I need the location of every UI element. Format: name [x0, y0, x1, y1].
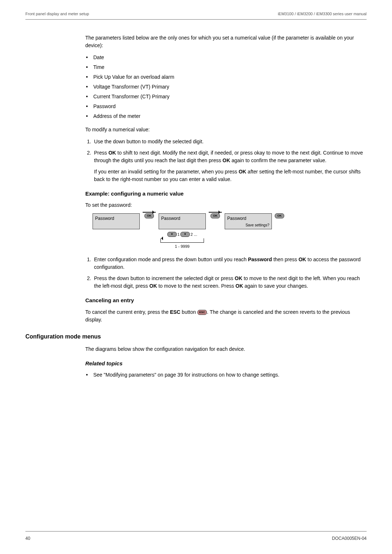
cancel-heading: Canceling an entry	[85, 296, 367, 305]
step-item: Press OK to shift to next digit. Modify …	[93, 149, 367, 183]
step-sub: If you enter an invalid setting for the …	[94, 168, 367, 183]
list-item: Current Transformer (CT) Primary	[85, 93, 367, 100]
example-heading: Example: configuring a numeric value	[85, 190, 367, 198]
example-intro: To set the password:	[85, 201, 367, 209]
lcd-text: Password	[95, 215, 137, 222]
arrow-right-icon	[209, 212, 222, 213]
esc-key-icon: ESC	[197, 310, 207, 315]
list-item: See "Modifying parameters" on page 39 fo…	[85, 371, 367, 379]
list-item: Address of the meter	[85, 112, 367, 120]
down-key-icon: ▼	[180, 232, 190, 237]
range-text: 1 - 9999	[175, 243, 189, 250]
step-item: Enter configuration mode and press the d…	[93, 256, 367, 271]
modify-steps: Use the down button to modify the select…	[85, 138, 367, 183]
lcd-subtext: Save settings?	[227, 222, 269, 228]
header-right: iEM3100 / iEM3200 / iEM3300 series user …	[278, 11, 367, 17]
lcd-text: Password	[161, 215, 203, 222]
lcd-text: Password	[227, 215, 269, 222]
related-heading: Related topics	[85, 360, 367, 368]
config-heading: Configuration mode menus	[25, 332, 367, 341]
digit-text: 2 ...	[191, 231, 197, 238]
parameter-list: Date Time Pick Up Value for an overload …	[85, 54, 367, 120]
list-item: Pick Up Value for an overload alarm	[85, 73, 367, 81]
ok-key-3: OK	[275, 213, 284, 219]
doc-id: DOCA0005EN-04	[332, 535, 367, 542]
header-left: Front panel display and meter setup	[25, 11, 89, 17]
step-item: Use the down button to modify the select…	[93, 138, 367, 145]
digit-loop: ▼ 1 ▼ 2 ... 1 - 9999	[160, 230, 204, 249]
page-header: Front panel display and meter setup iEM3…	[25, 11, 367, 20]
step-text: Press OK to shift to next digit. Modify …	[94, 150, 363, 163]
list-item: Password	[85, 103, 367, 110]
page-footer: 40 DOCA0005EN-04	[25, 531, 367, 542]
page-number: 40	[25, 535, 30, 542]
ok-key-icon: OK	[211, 213, 220, 218]
down-key-icon: ▼	[167, 232, 177, 237]
ok-key-icon: OK	[275, 213, 284, 218]
step-text: Use the down button to modify the select…	[94, 139, 204, 144]
ok-key-icon: OK	[144, 213, 154, 218]
digit-text: 1	[177, 231, 180, 238]
list-item: Voltage Transformer (VT) Primary	[85, 83, 367, 91]
example-steps: Enter configuration mode and press the d…	[85, 256, 367, 290]
lcd-screen-2: Password	[159, 213, 206, 229]
loop-arrow-icon	[160, 238, 204, 243]
step-item: Press the down button to increment the s…	[93, 275, 367, 290]
password-diagram: Password OK Password ▼ 1 ▼ 2 ... 1 - 999…	[93, 213, 367, 249]
list-item: Date	[85, 54, 367, 61]
cancel-text: To cancel the current entry, press the E…	[85, 308, 367, 324]
arrow-right-icon	[143, 212, 156, 213]
lcd-screen-1: Password	[93, 213, 140, 229]
lcd-screen-3: Password Save settings?	[225, 213, 272, 229]
intro-paragraph: The parameters listed below are the only…	[85, 34, 367, 49]
related-list: See "Modifying parameters" on page 39 fo…	[85, 371, 367, 379]
list-item: Time	[85, 63, 367, 71]
modify-intro: To modify a numerical value:	[85, 126, 367, 134]
config-text: The diagrams below show the configuratio…	[85, 345, 367, 353]
